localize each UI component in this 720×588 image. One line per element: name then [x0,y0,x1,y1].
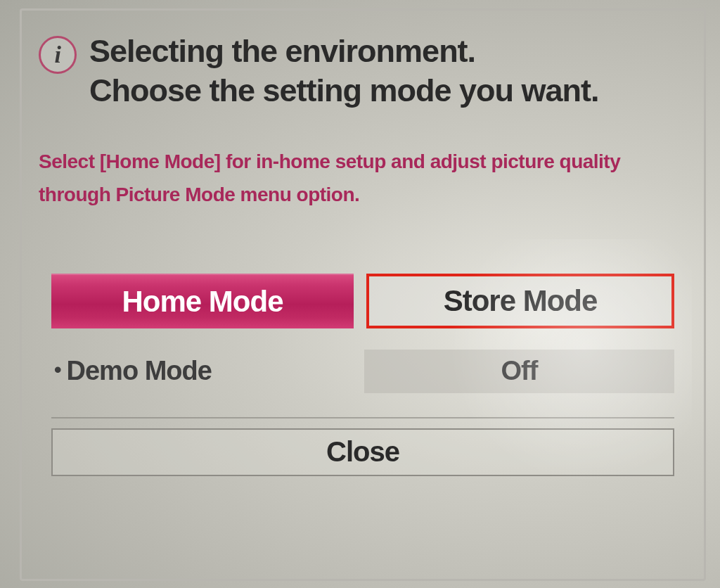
info-icon: i [39,36,77,74]
bullet-icon: • [54,358,61,382]
divider [51,417,674,418]
environment-dialog: i Selecting the environment. Choose the … [20,8,706,581]
close-button[interactable]: Close [51,428,674,476]
dialog-title-line-2: Choose the setting mode you want. [89,71,687,110]
dialog-title-block: Selecting the environment. Choose the se… [89,32,687,111]
store-mode-button[interactable]: Store Mode [366,274,674,328]
mode-button-row: Home Mode Store Mode [51,274,674,328]
dialog-description: Select [Home Mode] for in-home setup and… [39,145,687,212]
demo-mode-row: • Demo Mode Off [51,350,674,393]
demo-mode-value[interactable]: Off [364,350,674,393]
dialog-title-line-1: Selecting the environment. [89,32,687,71]
close-row: Close [51,428,674,476]
dialog-header: i Selecting the environment. Choose the … [39,32,687,111]
home-mode-button[interactable]: Home Mode [51,274,354,328]
demo-mode-label: • Demo Mode [51,350,364,393]
demo-mode-label-text: Demo Mode [67,356,212,386]
